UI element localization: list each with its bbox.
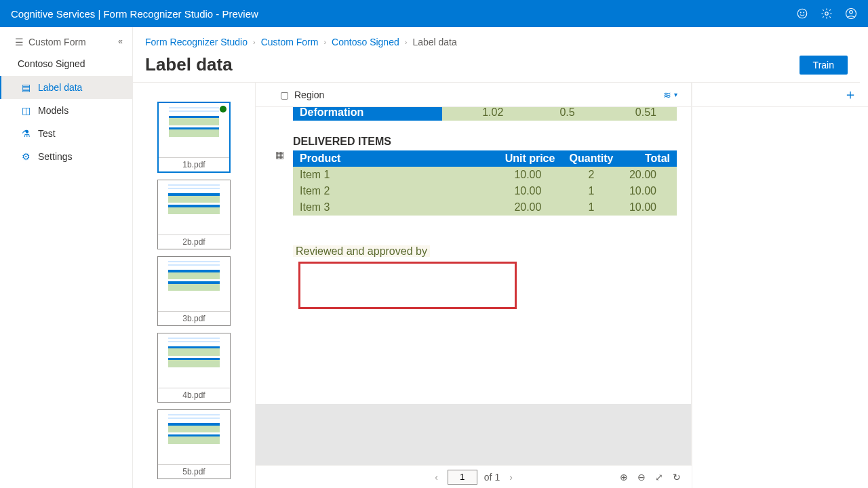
chevron-right-icon: › [405,38,408,46]
page-input[interactable] [448,470,477,485]
cell: 2 [561,167,620,183]
fit-icon[interactable]: ⤢ [655,472,663,483]
section-title: DELIVERED ITEMS [293,133,677,150]
thumb-4[interactable]: 4b.pdf [157,333,231,403]
gear-icon[interactable] [821,7,833,20]
nav-label-data-text: Label data [38,82,82,93]
cube-icon: ◫ [20,105,31,116]
trunc-val-0: 1.02 [442,107,524,121]
nav-models[interactable]: ◫ Models [0,99,132,122]
nav-settings-text: Settings [38,151,73,162]
cell: 10.00 [496,167,561,183]
project-type-label: Custom Form [28,37,86,47]
thumb-caption: 3b.pdf [158,311,230,325]
svg-point-3 [825,12,829,16]
thumb-1[interactable]: 1b.pdf [157,102,231,173]
flask-icon: ⚗ [20,128,31,139]
top-bar: Cognitive Services | Form Recognizer Stu… [0,0,868,27]
document-canvas[interactable]: ▦ Deformation 1.02 0.5 0.51 DELIVER [255,107,692,404]
thumbnail-list: 1b.pdf 2b.pdf 3b.pdf 4b.pdf 5b.pdf [133,83,255,488]
app-title: Cognitive Services | Form Recognizer Stu… [11,8,258,20]
chevron-right-icon: › [253,38,256,46]
col-product: Product [293,150,496,167]
review-label: Reviewed and approved by [293,245,430,257]
feedback-icon[interactable] [796,7,808,20]
thumb-caption: 1b.pdf [159,157,229,171]
prev-page-button[interactable]: ‹ [432,472,441,483]
account-icon[interactable] [845,7,857,20]
signature-region[interactable] [298,262,517,309]
col-qty: Quantity [561,150,620,167]
svg-point-0 [797,9,807,18]
cell: 20.00 [621,167,677,183]
nav-test[interactable]: ⚗ Test [0,122,132,145]
col-unit: Unit price [496,150,561,167]
cell: 10.00 [496,183,561,199]
cell: 20.00 [496,199,561,216]
pager: ‹ of 1 › ⊕ ⊖ ⤢ ↻ [255,465,692,488]
region-icon[interactable]: ▢ [280,89,289,100]
cell: 10.00 [621,199,677,216]
col-total: Total [621,150,677,167]
add-label-button[interactable]: ＋ [844,85,857,104]
table-icon[interactable]: ▦ [275,149,284,160]
list-icon: ☰ [14,37,24,47]
svg-point-1 [800,12,801,13]
gear-icon: ⚙ [20,151,31,162]
zoom-in-icon[interactable]: ⊕ [620,472,628,483]
crumb-project[interactable]: Contoso Signed [332,37,399,47]
labels-panel: ＋ [692,83,868,488]
topbar-actions [796,7,857,20]
train-button[interactable]: Train [800,56,848,75]
project-name[interactable]: Contoso Signed [0,54,132,76]
chevron-down-icon: ▾ [674,91,677,98]
crumb-custom[interactable]: Custom Form [261,37,319,47]
next-page-button[interactable]: › [507,472,515,483]
trunc-header: Deformation [293,107,442,121]
chevron-right-icon: › [323,38,326,46]
cell: Item 1 [293,167,496,183]
breadcrumb: Form Recognizer Studio› Custom Form› Con… [133,27,868,52]
page-total: of 1 [484,472,500,483]
nav-label-data[interactable]: ▤ Label data [0,76,132,99]
collapse-sidebar-icon[interactable]: « [118,37,123,46]
thumb-3[interactable]: 3b.pdf [157,256,231,326]
cell: 1 [561,199,620,216]
region-label[interactable]: Region [294,89,324,100]
svg-point-5 [850,11,853,14]
nav-test-text: Test [38,128,56,139]
project-type[interactable]: ☰ Custom Form [0,27,132,54]
layers-dropdown[interactable]: ≋ ▾ [663,89,677,100]
page-title: Label data [145,54,233,75]
crumb-current: Label data [412,37,456,47]
nav-settings[interactable]: ⚙ Settings [0,145,132,168]
svg-point-2 [804,12,804,13]
document-icon: ▤ [20,82,31,93]
thumb-caption: 4b.pdf [158,388,230,402]
canvas-gutter [255,404,692,465]
trunc-val-2: 0.51 [595,107,677,121]
trunc-val-1: 0.5 [524,107,595,121]
labeled-dot-icon [220,106,226,113]
zoom-out-icon[interactable]: ⊖ [637,472,646,483]
sidebar: « ☰ Custom Form Contoso Signed ▤ Label d… [0,27,133,488]
cell: 10.00 [621,183,677,199]
thumb-caption: 5b.pdf [158,464,230,479]
rotate-icon[interactable]: ↻ [673,472,681,483]
thumb-caption: 2b.pdf [158,235,230,249]
canvas-toolbar: ▢ Region ≋ ▾ [255,83,692,107]
cell: Item 3 [293,199,496,216]
nav-models-text: Models [38,105,68,116]
thumb-2[interactable]: 2b.pdf [157,180,231,249]
cell: Item 2 [293,183,496,199]
crumb-studio[interactable]: Form Recognizer Studio [145,37,248,47]
thumb-5[interactable]: 5b.pdf [157,409,231,479]
cell: 1 [561,183,620,199]
